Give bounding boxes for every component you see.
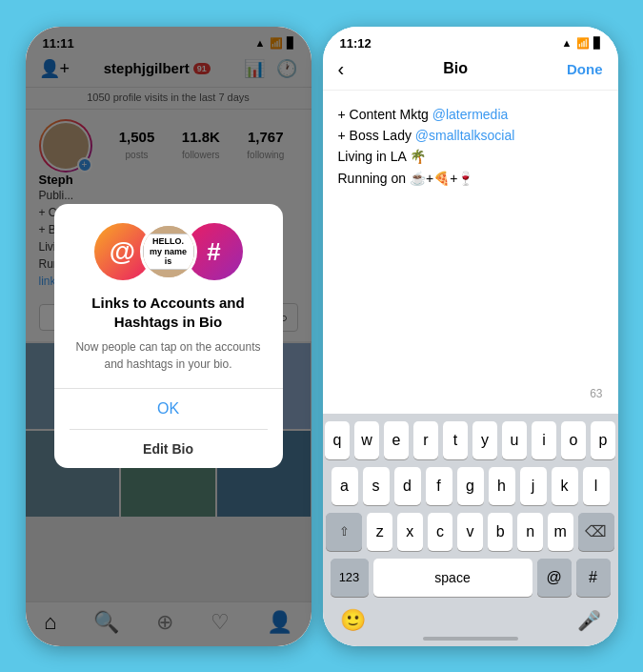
key-n[interactable]: n [517,513,543,551]
key-x[interactable]: x [397,513,423,551]
hash-key[interactable]: # [576,559,611,597]
bio-line-content-mktg: + Content Mktg @latermedia [338,104,603,125]
bio-nav-title: Bio [443,60,468,77]
keyboard: q w e r t y u i o p a s d f g h [323,414,618,646]
bio-line-living: Living in LA 🌴 [338,146,603,167]
right-battery-icon: ▊ [593,37,601,50]
keyboard-bottom-row: 123 space @ # [327,559,614,602]
key-k[interactable]: k [552,467,578,505]
back-button[interactable]: ‹ [338,58,345,80]
keyboard-row-1: q w e r t y u i o p [327,421,614,459]
modal-ok-button[interactable]: OK [70,389,268,430]
right-status-bar: 11:12 ▲ 📶 ▊ [323,27,618,54]
smalltalksocial-mention[interactable]: @smalltalksocial [415,128,514,143]
key-a[interactable]: a [332,467,358,505]
keyboard-row-2: a s d f g h j k l [327,467,614,505]
done-button[interactable]: Done [567,61,603,77]
key-l[interactable]: l [583,467,610,505]
right-signal-icon: ▲ [562,37,573,49]
modal-icons-row: @ HELLO.my name is # [70,223,268,280]
right-status-icons: ▲ 📶 ▊ [562,37,601,50]
key-z[interactable]: z [367,513,392,551]
key-c[interactable]: c [428,513,453,551]
emoji-key[interactable]: 🙂 [340,608,366,633]
key-j[interactable]: j [520,467,547,505]
at-key[interactable]: @ [537,559,572,597]
modal-title: Links to Accounts and Hashtags in Bio [70,294,268,331]
modal-edit-bio-button[interactable]: Edit Bio [70,430,268,468]
bio-nav: ‹ Bio Done [323,54,618,91]
key-o[interactable]: o [561,421,586,459]
shift-key[interactable]: ⇧ [326,513,362,551]
key-q[interactable]: q [325,421,350,459]
left-phone: 11:11 ▲ 📶 ▊ 👤+ stephjgilbert 91 📊 🕐 [26,27,311,646]
keyboard-row-3: ⇧ z x c v b n m ⌫ [327,513,614,551]
hello-sticker: HELLO.my name is [143,234,194,270]
mic-key[interactable]: 🎤 [577,609,601,632]
key-p[interactable]: p [591,421,615,459]
key-r[interactable]: r [413,421,438,459]
key-f[interactable]: f [426,467,452,505]
boss-lady-prefix: + Boss Lady [338,128,415,143]
modal-box: @ HELLO.my name is # Links to Accounts a… [54,204,283,468]
right-wifi-icon: 📶 [576,37,590,50]
space-key[interactable]: space [373,559,532,597]
right-phone: 11:12 ▲ 📶 ▊ ‹ Bio Done + Content Mktg @l… [323,27,618,646]
modal-overlay: @ HELLO.my name is # Links to Accounts a… [26,27,311,646]
key-e[interactable]: e [384,421,409,459]
bio-text-area[interactable]: + Content Mktg @latermedia + Boss Lady @… [323,91,618,414]
key-t[interactable]: t [443,421,468,459]
modal-desc: Now people can tap on the accounts and h… [70,338,268,373]
content-mktg-prefix: + Content Mktg [338,107,432,122]
key-d[interactable]: d [394,467,421,505]
bio-line-boss-lady: + Boss Lady @smalltalksocial [338,125,603,146]
right-time: 11:12 [340,36,372,51]
bio-line-running: Running on ☕️+🍕+🍷 [338,168,603,189]
key-i[interactable]: i [532,421,556,459]
key-b[interactable]: b [488,513,513,551]
key-v[interactable]: v [457,513,483,551]
char-count: 63 [590,385,602,403]
key-s[interactable]: s [363,467,390,505]
key-g[interactable]: g [457,467,484,505]
key-u[interactable]: u [502,421,527,459]
num-key[interactable]: 123 [331,559,369,597]
home-indicator [423,637,518,641]
key-y[interactable]: y [472,421,497,459]
delete-key[interactable]: ⌫ [578,513,614,551]
latermedia-mention[interactable]: @latermedia [432,107,509,122]
key-m[interactable]: m [548,513,573,551]
key-h[interactable]: h [489,467,515,505]
key-w[interactable]: w [354,421,379,459]
modal-avatar: HELLO.my name is [140,223,197,280]
